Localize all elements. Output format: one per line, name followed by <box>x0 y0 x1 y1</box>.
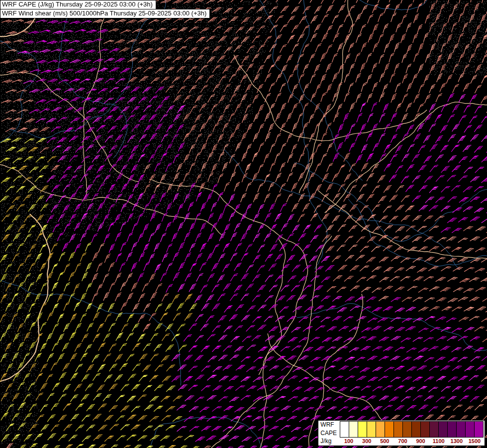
legend-color-swatch <box>367 421 376 438</box>
legend-tick-labels: 100 300 500 700 900 1100 1300 1500 <box>340 438 484 445</box>
legend-color-swatch <box>340 421 349 438</box>
legend-color-swatch <box>438 421 448 438</box>
legend-color-swatch <box>385 421 394 438</box>
legend-color-swatch <box>393 421 403 438</box>
legend-color-swatch <box>411 421 421 438</box>
map-header: WRF CAPE (J/kg) Thursday 25-09-2025 03:0… <box>0 0 210 18</box>
legend-tick-label: 500 <box>380 438 389 444</box>
header-title-wind-shear: WRF Wind shear (m/s) 500/1000hPa Thursda… <box>0 9 210 18</box>
legend-tick-label: 300 <box>362 438 371 444</box>
legend-tick-label: 100 <box>344 438 353 444</box>
legend-color-swatch <box>447 421 457 438</box>
legend-model-label: WRF <box>320 422 337 429</box>
legend-color-swatch <box>376 421 385 438</box>
weather-map-canvas <box>0 0 487 448</box>
legend-labels: WRF CAPE J/kg <box>319 421 340 445</box>
legend-color-swatch <box>349 421 358 438</box>
legend-tick-label: 900 <box>416 438 425 444</box>
legend-color-swatch <box>465 421 475 438</box>
cape-legend: WRF CAPE J/kg 100 300 500 700 <box>318 420 485 446</box>
legend-parameter-label: CAPE <box>320 430 337 437</box>
legend-tick-label: 1100 <box>433 438 445 444</box>
legend-units-label: J/kg <box>320 438 337 445</box>
legend-tick-label: 1300 <box>451 438 463 444</box>
wrf-cape-wind-shear-map-page: { "header": { "line1": "WRF CAPE (J/kg) … <box>0 0 487 448</box>
legend-tick-label: 1500 <box>469 438 481 444</box>
legend-color-swatch <box>429 421 439 438</box>
legend-colorbar <box>340 421 484 438</box>
legend-color-swatch <box>420 421 430 438</box>
legend-color-swatch <box>474 421 484 438</box>
legend-tick-label: 700 <box>398 438 407 444</box>
legend-scale: 100 300 500 700 900 1100 1300 1500 <box>340 421 484 445</box>
legend-color-swatch <box>402 421 412 438</box>
legend-color-swatch <box>456 421 466 438</box>
legend-color-swatch <box>358 421 367 438</box>
header-title-cape: WRF CAPE (J/kg) Thursday 25-09-2025 03:0… <box>0 0 156 9</box>
